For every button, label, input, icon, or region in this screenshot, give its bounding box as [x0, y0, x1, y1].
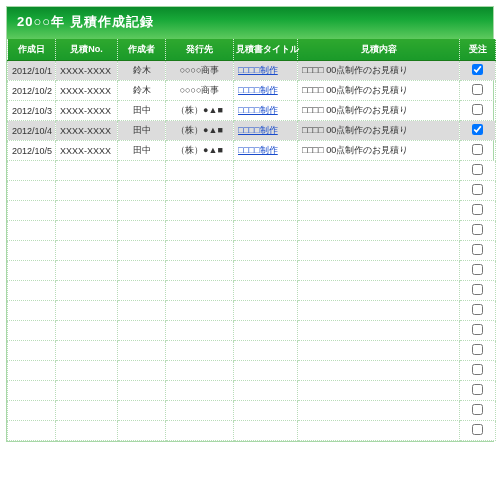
empty-cell	[460, 241, 496, 261]
estimate-title-link[interactable]: □□□□制作	[238, 125, 278, 135]
order-checkbox[interactable]	[472, 224, 483, 235]
order-checkbox[interactable]	[472, 104, 483, 115]
empty-cell	[166, 301, 234, 321]
empty-cell	[118, 221, 166, 241]
table-row-empty	[8, 221, 496, 241]
estimate-title-link[interactable]: □□□□制作	[238, 85, 278, 95]
order-checkbox[interactable]	[472, 284, 483, 295]
order-checkbox[interactable]	[472, 364, 483, 375]
table-row-empty	[8, 241, 496, 261]
page-title: 20○○年 見積作成記録	[7, 7, 493, 39]
empty-cell	[298, 201, 460, 221]
empty-cell	[234, 321, 298, 341]
empty-cell	[166, 161, 234, 181]
empty-cell	[8, 261, 56, 281]
empty-cell	[166, 261, 234, 281]
order-checkbox[interactable]	[472, 84, 483, 95]
order-checkbox[interactable]	[472, 344, 483, 355]
order-checkbox[interactable]	[472, 324, 483, 335]
empty-cell	[460, 301, 496, 321]
cell-order	[460, 81, 496, 101]
cell-content: □□□□ 00点制作のお見積り	[298, 101, 460, 121]
estimate-title-link[interactable]: □□□□制作	[238, 145, 278, 155]
order-checkbox[interactable]	[472, 64, 483, 75]
empty-cell	[234, 381, 298, 401]
cell-author: 田中	[118, 141, 166, 161]
empty-cell	[234, 221, 298, 241]
empty-cell	[298, 221, 460, 241]
order-checkbox[interactable]	[472, 124, 483, 135]
empty-cell	[8, 281, 56, 301]
empty-cell	[234, 361, 298, 381]
empty-cell	[460, 321, 496, 341]
empty-cell	[8, 241, 56, 261]
order-checkbox[interactable]	[472, 404, 483, 415]
order-checkbox[interactable]	[472, 164, 483, 175]
cell-author: 田中	[118, 121, 166, 141]
empty-cell	[460, 181, 496, 201]
cell-dest: （株）●▲■	[166, 141, 234, 161]
cell-content: □□□□ 00点制作のお見積り	[298, 141, 460, 161]
empty-cell	[298, 181, 460, 201]
cell-no: XXXX-XXXX	[56, 101, 118, 121]
empty-cell	[56, 261, 118, 281]
cell-title: □□□□制作	[234, 61, 298, 81]
cell-content: □□□□ 00点制作のお見積り	[298, 121, 460, 141]
empty-cell	[166, 221, 234, 241]
empty-cell	[234, 421, 298, 441]
col-header-order: 受注	[460, 39, 496, 61]
empty-cell	[56, 321, 118, 341]
order-checkbox[interactable]	[472, 204, 483, 215]
empty-cell	[56, 361, 118, 381]
empty-cell	[118, 181, 166, 201]
cell-date: 2012/10/3	[8, 101, 56, 121]
cell-no: XXXX-XXXX	[56, 141, 118, 161]
order-checkbox[interactable]	[472, 184, 483, 195]
empty-cell	[118, 241, 166, 261]
empty-cell	[234, 341, 298, 361]
cell-date: 2012/10/1	[8, 61, 56, 81]
cell-author: 鈴木	[118, 61, 166, 81]
order-checkbox[interactable]	[472, 244, 483, 255]
empty-cell	[298, 301, 460, 321]
table-row-empty	[8, 301, 496, 321]
empty-cell	[8, 221, 56, 241]
order-checkbox[interactable]	[472, 424, 483, 435]
empty-cell	[166, 361, 234, 381]
empty-cell	[56, 341, 118, 361]
empty-cell	[460, 221, 496, 241]
cell-title: □□□□制作	[234, 101, 298, 121]
cell-content: □□□□ 00点制作のお見積り	[298, 61, 460, 81]
empty-cell	[56, 421, 118, 441]
cell-order	[460, 101, 496, 121]
estimate-title-link[interactable]: □□□□制作	[238, 65, 278, 75]
empty-cell	[166, 401, 234, 421]
empty-cell	[118, 201, 166, 221]
table-row-empty	[8, 281, 496, 301]
estimate-title-link[interactable]: □□□□制作	[238, 105, 278, 115]
table-row: 2012/10/3XXXX-XXXX田中（株）●▲■□□□□制作□□□□ 00点…	[8, 101, 496, 121]
estimate-log-sheet: 20○○年 見積作成記録 作成日 見積No. 作成者 発行先 見積書タイトル 見…	[6, 6, 494, 442]
cell-date: 2012/10/4	[8, 121, 56, 141]
order-checkbox[interactable]	[472, 144, 483, 155]
empty-cell	[298, 241, 460, 261]
empty-cell	[234, 241, 298, 261]
empty-cell	[460, 281, 496, 301]
empty-cell	[298, 321, 460, 341]
cell-order	[460, 61, 496, 81]
empty-cell	[298, 261, 460, 281]
empty-cell	[166, 321, 234, 341]
table-row-empty	[8, 421, 496, 441]
empty-cell	[234, 281, 298, 301]
empty-cell	[166, 421, 234, 441]
empty-cell	[298, 421, 460, 441]
empty-cell	[118, 281, 166, 301]
order-checkbox[interactable]	[472, 264, 483, 275]
order-checkbox[interactable]	[472, 304, 483, 315]
cell-no: XXXX-XXXX	[56, 61, 118, 81]
empty-cell	[56, 221, 118, 241]
order-checkbox[interactable]	[472, 384, 483, 395]
table-row: 2012/10/4XXXX-XXXX田中（株）●▲■□□□□制作□□□□ 00点…	[8, 121, 496, 141]
empty-cell	[166, 201, 234, 221]
empty-cell	[460, 341, 496, 361]
